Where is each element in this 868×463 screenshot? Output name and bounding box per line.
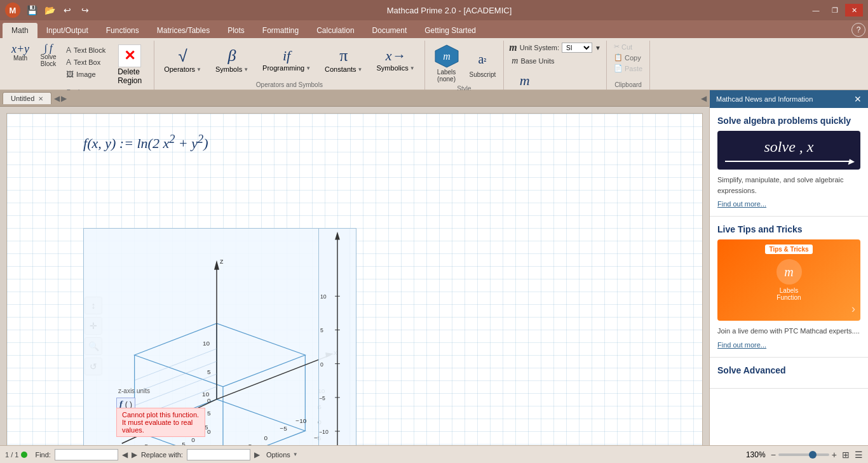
redo-icon[interactable]: ↪ [79,4,92,17]
svg-marker-42 [335,232,340,240]
doc-scroll-left[interactable]: ◀ [54,94,60,103]
z-axis-label: z-axis units [118,387,150,394]
operators-button[interactable]: √ Operators ▼ [159,46,206,76]
solve-block-button[interactable]: ∫ f SolveBlock [36,42,61,69]
error-line2: It must evaluate to real [122,419,200,426]
document-tab[interactable]: Untitled ✕ [3,92,51,104]
zoom-in-button[interactable]: + [832,450,837,460]
solve-expression: solve , x [764,138,814,155]
symbolics-label: Symbolics [377,64,409,72]
copy-button[interactable]: 📋 Copy [612,53,643,62]
copy-icon: 📋 [614,53,623,62]
image-button[interactable]: 🖼 Image [64,69,108,80]
help-button[interactable]: ? [851,23,865,37]
zoom-thumb[interactable] [809,451,817,459]
svg-text:−5: −5 [319,395,325,401]
symbolics-dropdown[interactable]: Symbolics ▼ [375,63,417,73]
tab-formatting[interactable]: Formatting [254,23,308,38]
regions-content: x+y Math ∫ f SolveBlock A Text Block A [8,42,149,88]
tab-plots[interactable]: Plots [219,23,254,38]
find-next-button[interactable]: ▶ [132,450,137,459]
text-box-icon: A [66,58,71,67]
right-panel-close[interactable]: ✕ [854,94,862,104]
math-button[interactable]: x+y Math [8,42,33,69]
symbols-dropdown[interactable]: Symbols ▼ [214,64,250,74]
restore-button[interactable]: ❐ [826,4,844,17]
app-title: Mathcad Prime 2.0 - [ACADEMIC] [92,6,807,15]
options-button[interactable]: Options ▼ [264,450,301,460]
operators-dropdown[interactable]: Operators ▼ [162,64,203,74]
programming-label: Programming [262,64,304,72]
programming-dropdown[interactable]: Programming ▼ [261,63,313,73]
main-document: Untitled ✕ ◀ ▶ ◀ f(x, y) := ln(2 x2 + y2… [0,90,709,445]
options-dropdown-arrow: ▼ [293,452,298,457]
page-view-button[interactable]: ⊞ [842,450,850,460]
save-icon[interactable]: 💾 [25,4,38,17]
constants-button[interactable]: π Constants ▼ [320,46,367,76]
unit-system-dropdown-icon[interactable]: ▼ [595,44,601,51]
tab-document[interactable]: Document [363,23,416,38]
cut-button[interactable]: ✂ Cut [612,42,634,51]
text-image-group: A Text Block A Text Box 🖼 Image [64,44,108,80]
svg-text:−10: −10 [319,429,329,435]
tab-math[interactable]: Math [3,23,37,38]
canvas-area[interactable]: f(x, y) := ln(2 x2 + y2) ↕ ✛ 🔍 ↺ [6,113,703,445]
labels-label: Labels(none) [437,69,456,83]
constants-dropdown[interactable]: Constants ▼ [323,64,364,74]
error-message-box: Cannot plot this function. It must evalu… [116,408,205,437]
find-input[interactable] [55,449,118,460]
doc-scroll-right[interactable]: ▶ [61,94,67,103]
tab-input-output[interactable]: Input/Output [37,23,97,38]
2d-plot[interactable]: 0 5 10 −5 −10 [318,228,356,445]
svg-text:0: 0 [191,436,195,443]
minimize-button[interactable]: — [807,4,825,17]
delete-region-button[interactable]: ✕ DeleteRegion [111,42,149,88]
open-icon[interactable]: 📂 [43,4,56,17]
2d-plot-svg: 0 5 10 −5 −10 [319,229,356,445]
solve-block-label: SolveBlock [40,53,56,67]
base-units-icon: m [512,56,518,66]
tab-calculation[interactable]: Calculation [308,23,363,38]
doc-tab-close[interactable]: ✕ [38,95,43,102]
status-dot [21,452,27,458]
labels-button[interactable]: m Labels(none) [430,42,463,84]
title-bar-left: M 💾 📂 ↩ ↪ [5,3,92,18]
replace-apply-button[interactable]: ▶ [254,450,260,459]
tips-labels: LabelsFunction [722,287,855,301]
constants-arrow: ▼ [358,67,363,72]
symbols-button[interactable]: β Symbols ▼ [211,46,253,76]
subscript-button[interactable]: a₂ Subscript [467,47,499,79]
algebra-find-more-link[interactable]: Find out more... [717,200,766,208]
unit-system-row: m Unit System: SI CGS US ▼ [509,42,601,53]
panel-toggle-arrow[interactable]: ◀ [701,94,707,103]
zoom-slider-container: − + [771,450,837,460]
options-label: Options [266,451,290,459]
text-block-icon: A [66,46,71,55]
tab-matrices-tables[interactable]: Matrices/Tables [148,23,219,38]
z-axis-text: z-axis [118,387,135,394]
base-units-button[interactable]: m Base Units [509,55,557,67]
tips-find-more-link[interactable]: Find out more... [717,341,766,349]
undo-icon[interactable]: ↩ [61,4,74,17]
text-box-button[interactable]: A Text Box [64,57,108,68]
symbols-arrow: ▼ [243,67,248,72]
symbolics-icon: x→ [386,49,406,63]
tab-getting-started[interactable]: Getting Started [416,23,485,38]
close-button[interactable]: ✕ [845,4,863,17]
text-block-button[interactable]: A Text Block [64,44,108,56]
zoom-slider[interactable] [778,453,829,456]
error-line1: Cannot plot this function. [122,411,200,419]
paste-button[interactable]: 📄 Paste [612,64,644,73]
tips-m-icon: m [776,259,802,285]
list-view-button[interactable]: ☰ [855,450,863,460]
zoom-out-button[interactable]: − [771,450,776,460]
programming-button[interactable]: if Programming ▼ [258,48,315,74]
find-prev-button[interactable]: ◀ [122,450,128,459]
symbolics-button[interactable]: x→ Symbolics ▼ [372,48,419,74]
unit-system-select[interactable]: SI CGS US [562,43,592,53]
cut-icon: ✂ [614,43,620,51]
if-icon: if [283,49,290,63]
tab-functions[interactable]: Functions [97,23,148,38]
delete-region-icon: ✕ [118,44,141,67]
replace-input[interactable] [187,449,250,460]
